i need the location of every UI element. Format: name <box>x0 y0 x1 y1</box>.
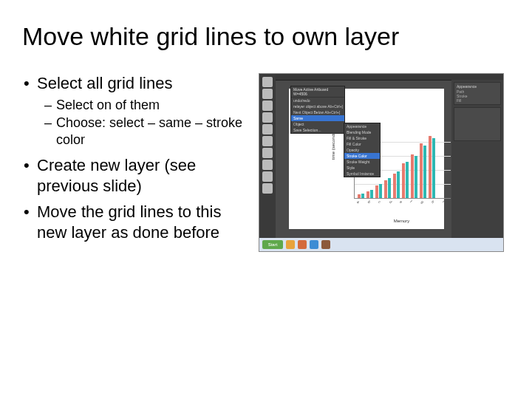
x-tick-label: f <box>409 200 412 202</box>
bullet-2: Create new layer (see previous slide) <box>22 155 244 196</box>
bar <box>415 156 417 198</box>
tool-icon[interactable] <box>262 148 273 158</box>
bar <box>432 138 435 198</box>
taskbar-icon[interactable] <box>286 240 295 249</box>
tool-icon[interactable] <box>262 89 273 99</box>
x-tick-label: c <box>378 200 381 202</box>
bar <box>375 185 378 198</box>
sub-list-1: Select on of them Choose: select – same … <box>44 97 244 149</box>
bar <box>402 163 405 199</box>
content-row: Select all grid lines Select on of them … <box>22 73 510 252</box>
bar <box>361 194 364 198</box>
layers-panel <box>454 107 501 141</box>
tool-palette <box>259 74 276 252</box>
tool-icon[interactable] <box>262 112 273 123</box>
submenu-item[interactable]: Symbol Instance <box>344 171 380 177</box>
menu-title: Move Active Artboard W=4506 <box>291 86 344 98</box>
menu-item[interactable]: undo/redo <box>291 98 344 103</box>
context-submenu: Appearance Blending Mode Fill & Stroke F… <box>344 123 381 177</box>
taskbar-icon[interactable] <box>310 240 318 249</box>
panel-row: Fill <box>457 98 498 103</box>
sub-bullet-2: Choose: select – same – stroke color <box>44 115 244 148</box>
tool-icon[interactable] <box>262 160 273 170</box>
windows-taskbar: Start <box>259 238 503 251</box>
bar <box>388 178 391 198</box>
submenu-item[interactable]: Style <box>344 165 380 171</box>
tool-icon[interactable] <box>262 136 273 146</box>
menu-item-object[interactable]: Object <box>291 121 344 127</box>
tool-icon[interactable] <box>262 100 273 111</box>
bar <box>411 154 414 198</box>
x-ticks: abcdefghi <box>354 200 450 204</box>
menu-item[interactable]: relayer object above Alt+Ctrl+] <box>291 103 344 109</box>
bar <box>420 143 423 198</box>
x-tick-label: b <box>366 200 369 202</box>
x-tick-label: g <box>420 200 423 202</box>
bar <box>384 180 387 198</box>
taskbar-icon[interactable] <box>321 240 330 249</box>
taskbar-icon[interactable] <box>298 240 307 249</box>
appearance-panel: Appearance Path Stroke Fill <box>454 82 501 105</box>
tool-icon[interactable] <box>262 171 273 182</box>
bar <box>423 146 426 198</box>
submenu-item[interactable]: Appearance <box>344 123 380 129</box>
tool-icon[interactable] <box>262 183 273 194</box>
slide-title: Move white grid lines to own layer <box>22 22 510 51</box>
sub-bullet-1: Select on of them <box>44 97 244 114</box>
slide: Move white grid lines to own layer Selec… <box>0 0 532 399</box>
panel-header: Appearance <box>457 84 498 89</box>
tool-icon[interactable] <box>262 124 273 134</box>
menu-item[interactable]: Save Selection... <box>291 127 344 133</box>
bar <box>429 136 432 198</box>
bullet-3: Move the grid lines to this new layer as… <box>22 202 244 242</box>
text-column: Select all grid lines Select on of them … <box>22 73 244 252</box>
x-tick-label: i <box>441 200 444 202</box>
bar <box>379 184 382 198</box>
submenu-item-stroke-color[interactable]: Stroke Color <box>344 153 380 159</box>
bar <box>370 190 373 198</box>
tool-icon[interactable] <box>262 77 273 87</box>
x-tick-label: e <box>399 200 402 202</box>
bullet-1-text: Select all grid lines <box>37 74 172 92</box>
bar <box>358 194 361 198</box>
menu-item[interactable]: Next Object Below Alt+Ctrl+[ <box>291 109 344 115</box>
context-menu: Move Active Artboard W=4506 undo/redo re… <box>290 86 345 134</box>
submenu-item[interactable]: Fill Color <box>344 141 380 147</box>
bar <box>366 191 369 199</box>
y-axis-label: time (seconds) <box>331 130 335 159</box>
right-panel: Appearance Path Stroke Fill <box>451 80 503 238</box>
x-tick-label: h <box>431 200 434 202</box>
x-axis-label: Memory <box>394 219 410 223</box>
x-tick-label: d <box>388 200 391 202</box>
bullet-list: Select all grid lines Select on of them … <box>22 73 244 242</box>
submenu-item[interactable]: Fill & Stroke <box>344 135 380 141</box>
bullet-1: Select all grid lines Select on of them … <box>22 73 244 148</box>
bar <box>406 162 409 198</box>
submenu-item[interactable]: Stroke Weight <box>344 159 380 165</box>
submenu-item[interactable]: Opacity <box>344 147 380 153</box>
start-button[interactable]: Start <box>262 240 283 249</box>
menu-item-same[interactable]: Same <box>291 115 344 121</box>
submenu-item[interactable]: Blending Mode <box>344 129 380 135</box>
x-tick-label: a <box>356 200 359 202</box>
bar <box>397 171 400 198</box>
bar <box>393 174 396 198</box>
illustrator-screenshot: time (seconds) abcdefghi Memory readOrde… <box>259 73 504 252</box>
